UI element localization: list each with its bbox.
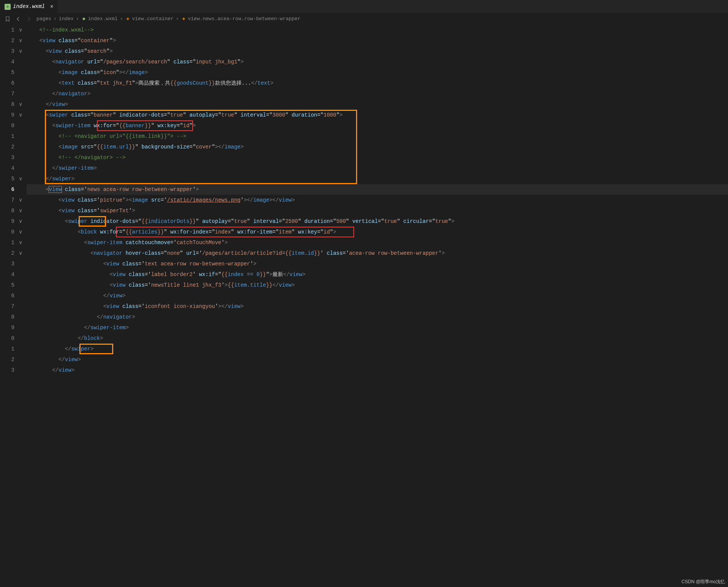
bookmark-icon[interactable] [5, 16, 11, 22]
file-icon: ◆ [81, 16, 87, 22]
tab-bar: ◇ index.wxml ✕ [0, 0, 728, 13]
nav-bar: pages › index › ◆ index.wxml › ◈ view.co… [0, 13, 728, 25]
breadcrumb-item[interactable]: pages [36, 15, 51, 23]
forward-icon [26, 16, 32, 22]
code-editor[interactable]: 123456789012345678901234567890123 ∨∨∨∨∨∨… [0, 25, 728, 376]
fold-column: ∨∨∨∨∨∨∨∨∨∨∨∨ [19, 25, 27, 376]
breadcrumb-item[interactable]: ◈ view.news.acea-row.row-between-wrapper [181, 15, 301, 23]
symbol-icon: ◈ [125, 16, 130, 22]
code-area[interactable]: <!--index.wxml--> <view class="container… [27, 25, 728, 376]
breadcrumb-item[interactable]: ◆ index.wxml [81, 15, 118, 23]
close-icon[interactable]: ✕ [50, 2, 53, 11]
file-tab[interactable]: ◇ index.wxml ✕ [0, 0, 58, 13]
breadcrumb-item[interactable]: index [59, 15, 74, 23]
breadcrumb: pages › index › ◆ index.wxml › ◈ view.co… [36, 15, 301, 23]
tab-title: index.wxml [13, 2, 45, 11]
line-number-gutter: 123456789012345678901234567890123 [0, 25, 19, 376]
back-icon[interactable] [15, 16, 21, 22]
symbol-icon: ◈ [181, 16, 187, 22]
wxml-file-icon: ◇ [5, 4, 11, 10]
breadcrumb-item[interactable]: ◈ view.container [125, 15, 173, 23]
